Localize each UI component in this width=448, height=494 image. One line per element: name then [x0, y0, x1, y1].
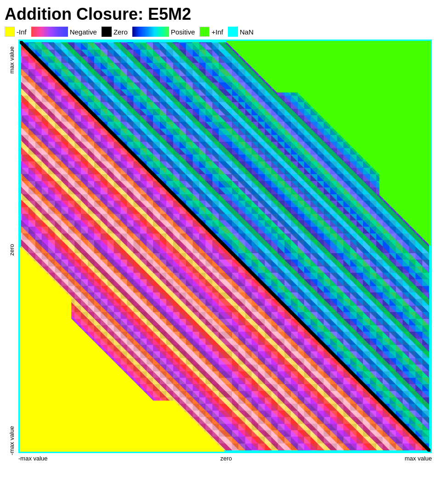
zero-label: Zero — [113, 28, 128, 36]
zero-swatch — [102, 27, 112, 37]
negative-label: Negative — [70, 28, 97, 36]
neginf-label: -Inf — [17, 28, 27, 36]
y-tick-max: max value — [8, 46, 15, 74]
legend-item-zero: Zero — [102, 27, 128, 37]
posinf-label: +Inf — [211, 28, 223, 36]
y-tick-negmax: -max value — [8, 426, 15, 455]
positive-label: Positive — [171, 28, 195, 36]
x-tick-negmax: -max value — [18, 455, 48, 462]
x-axis-labels: -max value zero max value — [18, 455, 432, 462]
nan-label: NaN — [240, 28, 254, 36]
x-tick-zero: zero — [221, 455, 232, 462]
page-title: Addition Closure: E5M2 — [5, 5, 443, 24]
canvas-container — [18, 40, 432, 453]
legend-item-neginf: -Inf — [5, 27, 27, 37]
chart-area: max value zero -max value -max value zer… — [5, 40, 443, 481]
legend: -Inf Negative Zero Positive +Inf NaN — [5, 27, 443, 37]
legend-item-nan: NaN — [228, 27, 254, 37]
legend-item-positive: Positive — [132, 27, 195, 37]
main-chart — [20, 41, 431, 452]
neginf-swatch — [5, 27, 15, 37]
legend-item-negative: Negative — [31, 27, 97, 37]
negative-swatch — [31, 27, 68, 37]
page-container: Addition Closure: E5M2 -Inf Negative Zer… — [0, 0, 448, 494]
legend-item-posinf: +Inf — [199, 27, 223, 37]
x-tick-max: max value — [405, 455, 432, 462]
y-tick-zero: zero — [8, 244, 15, 256]
posinf-swatch — [199, 27, 210, 37]
plot-wrapper: -max value zero max value — [18, 40, 443, 481]
nan-swatch — [228, 27, 238, 37]
positive-swatch — [132, 27, 169, 37]
